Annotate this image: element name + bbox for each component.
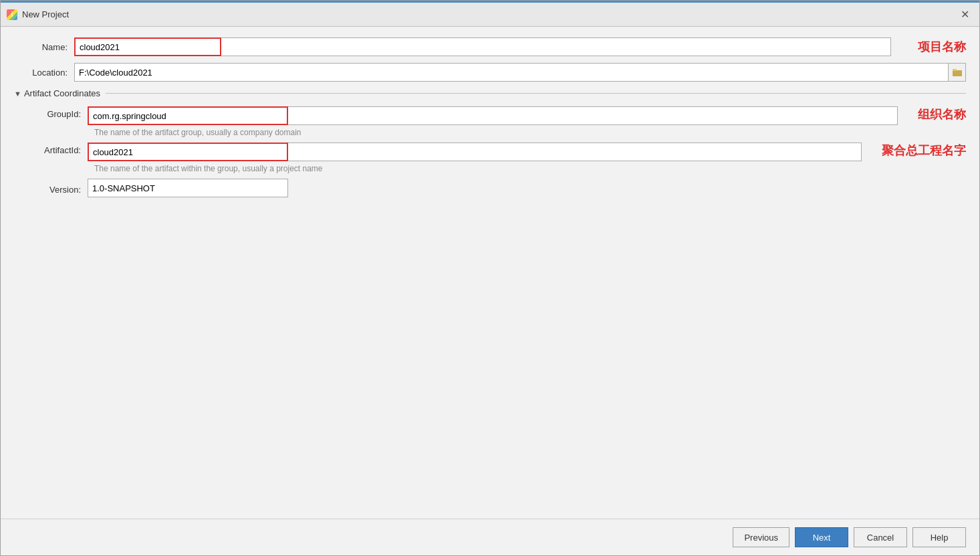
section-toggle[interactable]: ▼ (14, 90, 21, 98)
folder-icon (953, 68, 962, 76)
version-label: Version: (27, 182, 88, 195)
dialog-content: Name: 项目名称 Location: ▼ (1, 27, 979, 519)
artifactid-label: ArtifactId: (27, 143, 88, 155)
name-input[interactable] (74, 37, 221, 56)
artifactid-input[interactable] (88, 143, 288, 161)
version-input[interactable] (88, 179, 288, 197)
artifactid-hint: The name of the artifact within the grou… (94, 164, 966, 173)
version-row: Version: (27, 179, 966, 197)
groupid-field-wrapper: 组织名称 (88, 106, 966, 125)
name-label: Name: (14, 42, 74, 52)
help-button[interactable]: Help (912, 527, 966, 547)
name-field-wrapper: 项目名称 (74, 37, 966, 56)
groupid-label: GroupId: (27, 106, 88, 119)
name-row: Name: 项目名称 (14, 37, 966, 56)
svg-rect-1 (953, 69, 957, 71)
groupid-input[interactable] (88, 106, 288, 125)
title-bar: i New Project ✕ (1, 3, 979, 27)
app-icon: i (6, 9, 18, 21)
previous-button[interactable]: Previous (733, 527, 789, 547)
location-input[interactable] (74, 63, 949, 82)
new-project-dialog: i New Project ✕ Name: 项目名称 Location: (0, 0, 980, 556)
artifact-section: GroupId: 组织名称 The name of the artifact g… (14, 106, 966, 197)
next-button[interactable]: Next (795, 527, 848, 547)
close-button[interactable]: ✕ (955, 7, 974, 23)
groupid-hint: The name of the artifact group, usually … (94, 128, 966, 137)
groupid-annotation: 组织名称 (918, 106, 966, 122)
browse-button[interactable] (949, 63, 966, 82)
location-label: Location: (14, 68, 74, 78)
location-row: Location: (14, 63, 966, 82)
cancel-button[interactable]: Cancel (854, 527, 907, 547)
section-title: Artifact Coordinates (24, 88, 100, 98)
artifactid-field-wrapper: 聚合总工程名字 (88, 143, 966, 161)
artifact-section-header: ▼ Artifact Coordinates (14, 88, 966, 98)
name-input-rest[interactable] (221, 37, 891, 56)
artifactid-row: ArtifactId: 聚合总工程名字 (27, 143, 966, 161)
artifactid-input-rest[interactable] (288, 143, 862, 161)
name-annotation: 项目名称 (918, 39, 966, 55)
dialog-footer: Previous Next Cancel Help (1, 519, 979, 555)
groupid-row: GroupId: 组织名称 (27, 106, 966, 125)
location-field-wrapper (74, 63, 966, 82)
svg-rect-0 (953, 70, 962, 76)
groupid-input-rest[interactable] (288, 106, 898, 125)
artifactid-annotation: 聚合总工程名字 (882, 143, 966, 159)
dialog-title: New Project (22, 9, 955, 19)
section-divider (106, 93, 966, 94)
